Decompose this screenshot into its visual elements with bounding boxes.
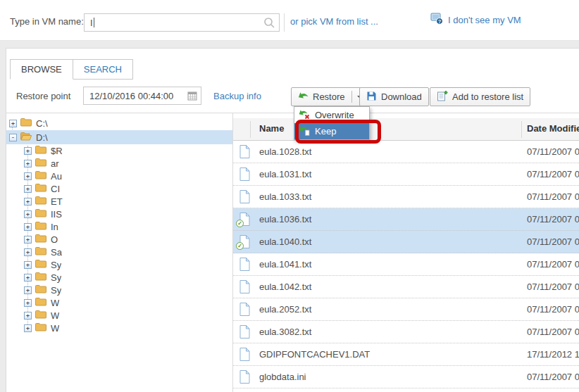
tree-item[interactable]: - D:\	[6, 130, 232, 144]
tree-item[interactable]: + Sa	[6, 246, 232, 258]
tree-expander[interactable]: +	[24, 286, 32, 294]
tree-expander[interactable]: +	[24, 147, 32, 155]
file-name: eula.1042.txt	[259, 282, 311, 292]
file-name: eula.1041.txt	[259, 259, 311, 270]
table-row[interactable]: ✓ globdata.ini 07/11/2007 0	[233, 366, 579, 388]
dont-see-vm-link[interactable]: I don't see my VM	[448, 15, 521, 25]
tree-item[interactable]: + Au	[6, 170, 232, 182]
file-icon	[239, 303, 250, 318]
tab-search[interactable]: SEARCH	[73, 59, 133, 80]
tree-item[interactable]: + Sy	[6, 258, 232, 271]
tree-item[interactable]: + Sy	[6, 271, 232, 284]
folder-icon	[35, 145, 47, 156]
column-header-name[interactable]: Name	[259, 123, 284, 134]
tree-item[interactable]: + IIS	[6, 208, 232, 220]
tree-expander[interactable]: +	[24, 248, 32, 256]
folder-icon	[35, 272, 47, 283]
vm-name-label: Type in VM name:	[10, 16, 84, 27]
folder-icon	[35, 259, 47, 270]
table-row[interactable]: ✓ eula.1028.txt 07/11/2007 0	[233, 141, 579, 163]
file-date-modified: 17/11/2012 1	[527, 349, 579, 360]
folder-icon	[35, 170, 47, 182]
menu-item-keep[interactable]: Keep	[294, 123, 369, 139]
file-icon	[239, 145, 250, 160]
search-icon[interactable]	[263, 17, 275, 31]
table-row[interactable]: ✓ eula.1040.txt 07/11/2007 0	[233, 231, 579, 253]
table-row[interactable]: ✓ GDIPFONTCACHEV1.DAT 17/11/2012 1	[233, 343, 579, 366]
file-icon	[239, 167, 250, 183]
vm-name-input[interactable]: I	[84, 13, 280, 32]
table-row[interactable]: ✓ eula.3082.txt 07/11/2007 0	[233, 321, 579, 343]
file-icon	[239, 370, 250, 386]
tree-item[interactable]: + W	[6, 296, 232, 309]
table-row[interactable]: ✓ eula.1033.txt 07/11/2007 0	[233, 186, 579, 208]
tree-item[interactable]: + Sy	[6, 284, 232, 296]
tree-item[interactable]: + W	[6, 322, 232, 334]
text-caret	[94, 18, 94, 27]
tree-item[interactable]: + CI	[6, 182, 232, 195]
check-badge-icon: ✓	[236, 242, 244, 250]
file-icon	[239, 280, 250, 296]
tree-expander[interactable]: +	[24, 299, 32, 307]
tree-item[interactable]: + O	[6, 233, 232, 246]
tree-expander[interactable]: -	[9, 134, 17, 141]
tree-item-label: Au	[51, 171, 62, 182]
tree-expander[interactable]: +	[24, 261, 32, 269]
table-row[interactable]: ✓ eula.1042.txt 07/11/2007 0	[233, 276, 579, 298]
tree-expander[interactable]: +	[24, 223, 32, 231]
tree-expander[interactable]: +	[24, 198, 32, 206]
tree-expander[interactable]: +	[24, 172, 32, 180]
restore-button[interactable]: Restore	[291, 87, 370, 106]
tree-item[interactable]: + In	[6, 220, 232, 233]
download-button[interactable]: Download	[359, 87, 429, 106]
tree-expander[interactable]: +	[24, 236, 32, 244]
divider	[284, 13, 285, 32]
tree-item[interactable]: + ET	[6, 195, 232, 208]
tree-item-label: Sy	[51, 285, 61, 296]
folder-icon	[35, 208, 47, 220]
table-row[interactable]: ✓ eula.1036.txt 07/11/2007 0	[233, 208, 579, 231]
pick-vm-from-list-link[interactable]: or pick VM from list ...	[290, 16, 378, 27]
file-icon	[239, 258, 250, 273]
restore-menu: Overwrite Keep	[294, 106, 370, 140]
tree-expander[interactable]: +	[24, 160, 32, 167]
file-date-modified: 07/11/2007 0	[527, 327, 579, 337]
table-row[interactable]: ✓ eula.2052.txt 07/11/2007 0	[233, 298, 579, 321]
vm-help-icon: ?	[430, 13, 444, 27]
add-to-restore-list-button[interactable]: Add to restore list	[430, 87, 530, 106]
file-icon	[239, 348, 250, 363]
folder-icon	[35, 284, 47, 296]
tab-browse[interactable]: BROWSE	[10, 59, 73, 80]
file-name: eula.1033.txt	[259, 191, 311, 202]
tree-item[interactable]: + C:\	[6, 116, 232, 130]
file-name: eula.1031.txt	[259, 169, 311, 179]
folder-icon	[35, 322, 47, 334]
tree-expander[interactable]: +	[24, 210, 32, 218]
column-divider	[250, 121, 251, 138]
tree-item-label: In	[51, 222, 58, 232]
backup-info-link[interactable]: Backup info	[213, 91, 261, 101]
keep-icon	[299, 125, 310, 138]
column-divider	[521, 121, 522, 138]
tree-expander[interactable]: +	[24, 312, 32, 320]
tree-item-label: CI	[51, 184, 60, 194]
tree-item-label: O	[51, 234, 58, 245]
tree-expander[interactable]: +	[24, 185, 32, 193]
tree-item[interactable]: + ar	[6, 157, 232, 170]
tree-expander[interactable]: +	[24, 324, 32, 332]
tree-item-label: IIS	[51, 209, 62, 220]
tree-expander[interactable]: +	[24, 274, 32, 282]
calendar-icon[interactable]	[187, 91, 197, 103]
table-row[interactable]: ✓ eula.1031.txt 07/11/2007 0	[233, 163, 579, 186]
folder-icon	[35, 183, 47, 194]
restore-point-input[interactable]: 12/10/2016 00:44:00	[83, 87, 201, 105]
column-header-date[interactable]: Date Modified	[527, 123, 579, 134]
tree-expander[interactable]: +	[9, 120, 17, 127]
folder-tree: + C:\ - D:\ +	[6, 113, 232, 392]
file-date-modified: 07/11/2007 0	[527, 282, 579, 292]
tree-item[interactable]: + $R	[6, 144, 232, 157]
menu-item-overwrite[interactable]: Overwrite	[294, 107, 369, 123]
table-row[interactable]: ✓ eula.1041.txt 07/11/2007 0	[233, 253, 579, 276]
tree-item[interactable]: + W	[6, 309, 232, 322]
file-date-modified: 07/11/2007 0	[527, 214, 579, 225]
